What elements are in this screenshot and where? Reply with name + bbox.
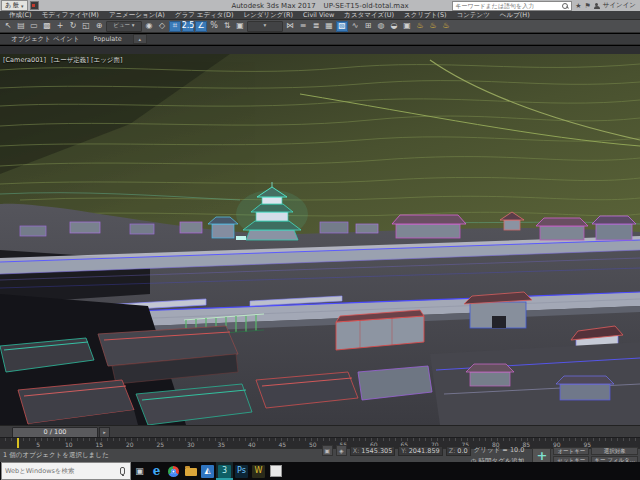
ruler-tick-label: 40 [237, 441, 268, 448]
file-name: UP-SE-T15-old-total.max [324, 2, 409, 10]
app-title: Autodesk 3ds Max 2017 [231, 2, 315, 10]
ruler-tick-label: 10 [54, 441, 85, 448]
pan-view-icon[interactable]: + [532, 448, 551, 463]
select-by-name-icon[interactable]: ▤ [15, 21, 27, 32]
menu-item[interactable]: スクリプト(S) [399, 11, 451, 20]
ribbon-toggle-icon[interactable]: ▦ [323, 21, 335, 32]
select-manipulate-icon[interactable]: ◇ [156, 21, 168, 32]
render-setup-icon[interactable]: ◒ [388, 21, 400, 32]
ruler-tick-label: 25 [145, 441, 176, 448]
menu-item[interactable]: グラフ エディタ(D) [170, 11, 239, 20]
schematic-view-icon[interactable]: ⊞ [362, 21, 374, 32]
taskbar-search-input[interactable] [2, 467, 120, 475]
viewport-scene [0, 54, 640, 425]
select-and-place-icon[interactable]: ⊕ [93, 21, 105, 32]
ruler-tick-label: 30 [176, 441, 207, 448]
select-object-icon[interactable]: ↖ [2, 21, 14, 32]
taskbar-explorer-icon[interactable] [182, 462, 199, 480]
next-frame-icon[interactable]: ▸ [99, 427, 110, 438]
title-bar: あ 般 ▾ Autodesk 3ds Max 2017UP-SE-T15-old… [0, 0, 640, 11]
select-and-move-icon[interactable]: + [54, 21, 66, 32]
ribbon-tab-object-paint[interactable]: オブジェクト ペイント [4, 35, 87, 44]
menu-item[interactable]: モディファイヤ(M) [37, 11, 104, 20]
taskbar-photoshop-icon[interactable]: Ps [233, 462, 250, 480]
viewport-label[interactable]: [Camera001] [ユーザ定義] [エッジ面] [3, 56, 122, 65]
taskbar-photos-icon[interactable]: ◭ [199, 462, 216, 480]
percent-snap-icon[interactable]: % [208, 21, 220, 32]
viewport-camera-label[interactable]: [Camera001] [3, 56, 46, 65]
taskbar-task-view-icon[interactable]: ▣ [131, 462, 148, 480]
menu-item[interactable]: ヘルプ(H) [495, 11, 535, 20]
menu-item[interactable]: Civil View [298, 11, 339, 19]
gate-tower-center [464, 292, 532, 328]
menu-item[interactable]: アニメーション(A) [104, 11, 170, 20]
material-editor-icon[interactable]: ◍ [375, 21, 387, 32]
render-iterative-icon[interactable]: ♨ [427, 21, 439, 32]
taskbar-chrome-icon[interactable] [165, 462, 182, 480]
snap-toggle-25d-icon[interactable]: 2.5 [182, 21, 194, 32]
viewport[interactable]: [Camera001] [ユーザ定義] [エッジ面] [0, 54, 640, 425]
selection-region-icon[interactable]: ▭ [28, 21, 40, 32]
ruler-tick-label: 45 [267, 441, 298, 448]
coord-z-field[interactable]: Z:0.0 [446, 446, 471, 456]
infocenter: ★ ⚑ サインイン [452, 1, 640, 11]
search-icon[interactable] [562, 3, 568, 9]
infocenter-search-input[interactable] [453, 2, 562, 9]
ime-indicator-icon [30, 1, 39, 10]
use-pivot-center-icon[interactable]: ◉ [143, 21, 155, 32]
named-selection-sets-icon[interactable]: ▣ [234, 21, 246, 32]
star-icon[interactable]: ★ [575, 2, 581, 10]
taskbar-edge-icon[interactable]: e [148, 462, 165, 480]
taskbar-3dsmax-icon[interactable]: 3 [216, 462, 233, 480]
select-and-rotate-icon[interactable]: ↻ [67, 21, 79, 32]
ref-coord-dropdown[interactable]: ビュー ▾ [106, 21, 142, 32]
mirror-icon[interactable]: ⋈ [284, 21, 296, 32]
spinner-snap-icon[interactable]: ⇅ [221, 21, 233, 32]
keyboard-override-icon[interactable]: ⌗ [169, 21, 181, 32]
gate-tower-left [208, 217, 238, 238]
flag-icon[interactable]: ⚑ [584, 2, 590, 10]
menu-bar: 作成(C)モディファイヤ(M)アニメーション(A)グラフ エディタ(D)レンダリ… [0, 11, 640, 20]
ribbon-minimize-icon[interactable]: ▴ [133, 34, 147, 44]
scene-explorer-icon[interactable]: ▧ [336, 21, 348, 32]
angle-snap-icon[interactable]: ∠ [195, 21, 207, 32]
prompt-line: 1 個のオブジェクトを選択しました [3, 451, 109, 460]
user-icon[interactable] [594, 3, 600, 9]
menu-item[interactable]: レンダリング(R) [239, 11, 299, 20]
menu-item[interactable]: 作成(C) [4, 11, 37, 20]
rendered-frame-icon[interactable]: ▣ [401, 21, 413, 32]
activeshade-icon[interactable]: ♨ [440, 21, 452, 32]
microphone-icon[interactable] [120, 467, 125, 475]
ruler-tick-label: 20 [115, 441, 146, 448]
align-icon[interactable]: ≡ [297, 21, 309, 32]
select-and-scale-icon[interactable]: ◱ [80, 21, 92, 32]
menu-item[interactable]: カスタマイズ(U) [339, 11, 399, 20]
menu-item[interactable]: コンテンツ [452, 11, 495, 20]
window-crossing-icon[interactable]: ▩ [41, 21, 53, 32]
taskbar-app-w-icon[interactable]: W [250, 462, 267, 480]
viewport-shading-label[interactable]: [ユーザ定義] [エッジ面] [51, 56, 122, 65]
coord-x-field[interactable]: X:1545.305 [350, 446, 396, 456]
layer-manager-icon[interactable]: ≣ [310, 21, 322, 32]
selection-filter-dropdown[interactable]: 選択対象 [591, 447, 638, 455]
ruler-tick-label: 5 [23, 441, 54, 448]
auto-key-button[interactable]: オートキー [553, 447, 589, 455]
transform-lock-icon[interactable]: ▣ [322, 445, 333, 456]
right-bottom-grounds [430, 342, 640, 425]
selection-set-dropdown[interactable]: ▾ [247, 21, 283, 32]
ime-status[interactable]: あ 般 ▾ [1, 0, 28, 11]
coordinate-display: ▣ ◈ X:1545.305 Y:2041.859 Z:0.0 グリッド = 1… [322, 449, 525, 462]
absolute-offset-icon[interactable]: ◈ [336, 445, 347, 456]
infocenter-search[interactable] [452, 1, 572, 11]
ime-dropdown-icon: ▾ [21, 3, 24, 9]
render-production-icon[interactable]: ♨ [414, 21, 426, 32]
time-slider[interactable]: 0 / 100 [12, 427, 98, 438]
curve-editor-icon[interactable]: ∿ [349, 21, 361, 32]
taskbar-search[interactable] [1, 462, 131, 480]
ribbon-tab-populate[interactable]: Populate [87, 35, 129, 44]
coord-y-field[interactable]: Y:2041.859 [398, 446, 442, 456]
sign-in-button[interactable]: サインイン [603, 1, 636, 10]
terrain-hill [0, 54, 640, 234]
taskbar-app-window-icon[interactable] [267, 462, 284, 480]
ruler-tick-label: 35 [206, 441, 237, 448]
